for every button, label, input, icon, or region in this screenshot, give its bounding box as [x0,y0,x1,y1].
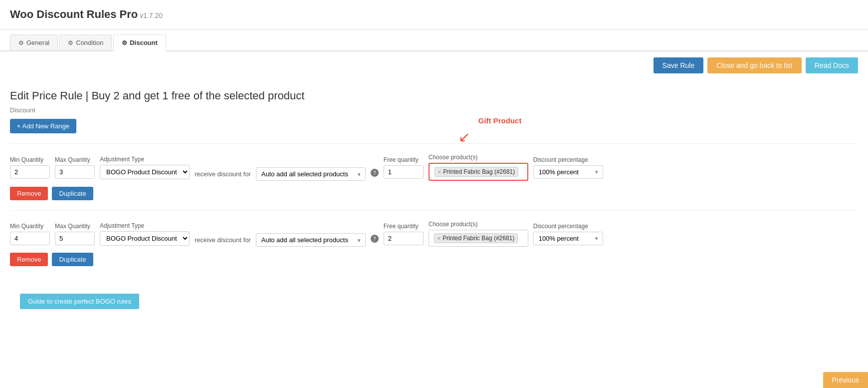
free-qty-group-2: Free quantity [384,223,424,245]
range-block-1: Min Quantity Max Quantity Adjustment Typ… [10,143,858,210]
discount-icon: ⚙ [122,39,127,46]
section-label: Discount [10,106,858,114]
tab-discount[interactable]: ⚙ Discount [113,34,166,51]
receive-discount-select-1[interactable]: Auto add all selected products Auto add … [256,167,366,181]
max-qty-input-1[interactable] [55,165,95,179]
choose-products-col-2: Choose product(s) × Printed Fabric Bag (… [429,221,528,247]
gift-container: Gift Product ↙ Choose product(s) × Print… [429,154,528,181]
app-version: v1.7.20 [140,11,163,19]
tab-condition[interactable]: ⚙ Condition [59,34,112,50]
general-icon: ⚙ [18,39,24,46]
gift-product-label: Gift Product [478,116,522,125]
action-row-1: Remove Duplicate [10,187,858,200]
product-tag-x-2[interactable]: × [437,235,440,241]
discount-pct-label-2: Discount percentage [533,223,603,230]
add-new-range-button[interactable]: Add New Range [10,119,76,133]
free-qty-input-2[interactable] [384,232,424,245]
help-icon-1[interactable]: ? [371,169,379,177]
app-header: Woo Discount Rules Pro v1.7.20 [0,0,868,29]
min-qty-input-1[interactable] [10,165,50,179]
receive-label-2: receive discount for [195,236,251,247]
free-qty-label-1: Free quantity [384,156,424,163]
discount-pct-wrapper-2: 100% percent [533,232,603,245]
max-qty-input-2[interactable] [55,232,95,245]
product-tag-1: × Printed Fabric Bag (#2681) [434,167,519,177]
free-qty-input-1[interactable] [384,165,424,179]
product-tag-name-1: Printed Fabric Bag (#2681) [443,168,515,175]
page-title: Edit Price Rule | Buy 2 and get 1 free o… [10,89,858,102]
discount-pct-select-1[interactable]: 100% percent [533,165,603,179]
max-qty-group-2: Max Quantity [55,223,95,245]
range-row-2: Min Quantity Max Quantity Adjustment Typ… [10,221,858,247]
receive-discount-select-2[interactable]: Auto add all selected products Auto add … [256,233,366,247]
help-icon-2[interactable]: ? [371,235,379,243]
min-qty-label-2: Min Quantity [10,223,50,230]
max-qty-label-1: Max Quantity [55,156,95,163]
min-qty-label-1: Min Quantity [10,156,50,163]
guide-button[interactable]: Guide to create perfect BOGO rules [20,294,139,309]
main-content: Edit Price Rule | Buy 2 and get 1 free o… [0,79,868,327]
range-block-2: Min Quantity Max Quantity Adjustment Typ… [10,210,858,276]
receive-discount-wrapper-1: Auto add all selected products Auto add … [256,167,366,181]
adj-type-select-2[interactable]: BOGO Product Discount [100,231,190,246]
gift-arrow-icon: ↙ [458,129,470,145]
receive-label-1: receive discount for [195,170,251,181]
save-rule-button[interactable]: Save Rule [653,57,704,73]
toolbar: Save Rule Close and go back to list Read… [0,51,868,79]
max-qty-label-2: Max Quantity [55,223,95,230]
discount-pct-label-1: Discount percentage [533,156,603,163]
remove-button-1[interactable]: Remove [10,187,48,200]
duplicate-button-2[interactable]: Duplicate [52,253,93,266]
min-qty-input-2[interactable] [10,232,50,245]
tab-general[interactable]: ⚙ General [10,34,58,50]
tab-discount-label: Discount [130,39,158,46]
min-qty-group-1: Min Quantity [10,156,50,179]
choose-products-box-2[interactable]: × Printed Fabric Bag (#2681) [429,230,528,247]
adj-type-label-1: Adjustment Type [100,156,190,163]
tab-condition-label: Condition [76,39,103,46]
choose-products-col-1: Choose product(s) × Printed Fabric Bag (… [429,154,528,181]
discount-pct-col-2: Discount percentage 100% percent [533,223,603,245]
duplicate-button-1[interactable]: Duplicate [52,187,93,200]
min-qty-group-2: Min Quantity [10,223,50,245]
product-tag-2: × Printed Fabric Bag (#2681) [434,233,518,243]
product-tag-x-1[interactable]: × [438,169,441,175]
tab-bar: ⚙ General ⚙ Condition ⚙ Discount [0,34,868,51]
free-qty-label-2: Free quantity [384,223,424,230]
receive-discount-wrapper-2: Auto add all selected products Auto add … [256,233,366,247]
tab-general-label: General [26,39,49,46]
choose-products-box-1[interactable]: × Printed Fabric Bag (#2681) [429,163,528,181]
discount-pct-select-2[interactable]: 100% percent [533,232,603,245]
adj-type-select-1[interactable]: BOGO Product Discount [100,165,190,179]
remove-button-2[interactable]: Remove [10,253,48,266]
discount-pct-wrapper-1: 100% percent [533,165,603,179]
app-title: Woo Discount Rules Pro [10,8,138,20]
choose-label-2: Choose product(s) [429,221,528,228]
max-qty-group-1: Max Quantity [55,156,95,179]
action-row-2: Remove Duplicate [10,253,858,266]
adj-type-group-1: Adjustment Type BOGO Product Discount [100,156,190,179]
bottom-bar: Guide to create perfect BOGO rules [10,286,858,317]
adj-type-group-2: Adjustment Type BOGO Product Discount [100,222,190,246]
range-row-1: Min Quantity Max Quantity Adjustment Typ… [10,154,858,181]
free-qty-group-1: Free quantity [384,156,424,179]
read-docs-button[interactable]: Read Docs [806,57,858,73]
adj-type-label-2: Adjustment Type [100,222,190,229]
close-button[interactable]: Close and go back to list [707,57,802,73]
product-tag-name-2: Printed Fabric Bag (#2681) [442,235,514,242]
discount-pct-col-1: Discount percentage 100% percent [533,156,603,179]
choose-label-1: Choose product(s) [429,154,528,161]
condition-icon: ⚙ [68,39,73,46]
